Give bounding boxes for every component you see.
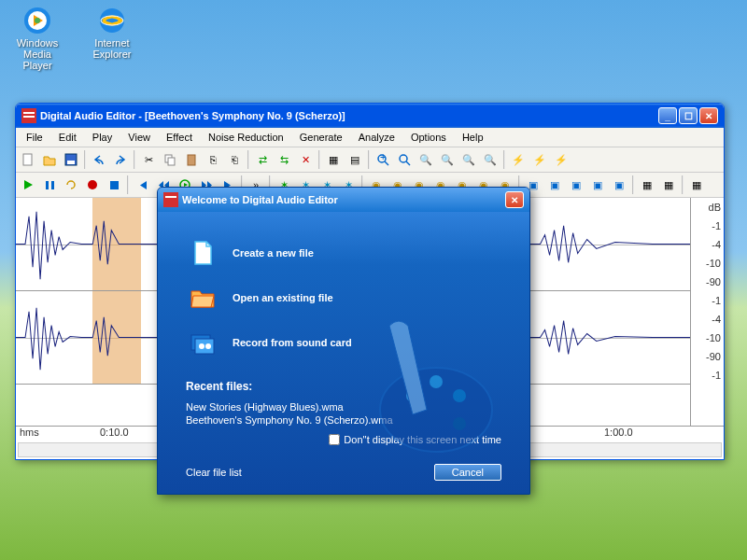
new-icon[interactable] (18, 149, 38, 170)
open-folder-icon (190, 285, 216, 311)
app-icon (21, 108, 36, 123)
fx-icon[interactable]: ▣ (544, 175, 565, 195)
svg-rect-19 (46, 181, 49, 189)
palette-decoration-icon (333, 307, 501, 456)
wmp-icon (22, 6, 52, 35)
delete-icon[interactable]: ✕ (295, 149, 316, 170)
zoom-icon[interactable]: 🔍 (437, 149, 458, 170)
dialog-title: Welcome to Digital Audio Editor (182, 194, 505, 205)
svg-point-17 (400, 155, 407, 162)
pause-icon[interactable] (39, 175, 60, 195)
svg-point-21 (88, 180, 97, 189)
desktop-icon-wmp[interactable]: Windows Media Player (7, 6, 67, 71)
menubar: File Edit Play View Effect Noise Reducti… (16, 128, 724, 147)
toolbar-file: ✂ ⎘ ⎗ ⇄ ⇆ ✕ ▦ ▤ + 🔍 🔍 🔍 🔍 ⚡ ⚡ ⚡ (16, 147, 724, 173)
maximize-button[interactable]: ☐ (679, 107, 698, 124)
menu-analyze[interactable]: Analyze (352, 130, 402, 145)
menu-play[interactable]: Play (86, 130, 119, 145)
undo-icon[interactable] (89, 149, 109, 170)
paste-icon[interactable] (181, 149, 202, 170)
tool-icon[interactable]: ⚡ (508, 149, 529, 170)
svg-text:+: + (380, 153, 386, 162)
zoom-in-icon[interactable]: + (373, 149, 393, 170)
svg-rect-8 (23, 154, 32, 165)
record-card-icon (190, 329, 216, 356)
menu-edit[interactable]: Edit (52, 130, 83, 145)
copy-icon[interactable] (160, 149, 180, 170)
menu-generate[interactable]: Generate (293, 130, 349, 145)
menu-view[interactable]: View (121, 130, 157, 145)
app-icon (163, 192, 178, 207)
open-icon[interactable] (39, 149, 60, 170)
window-title: Digital Audio Editor - [Beethoven's Symp… (40, 110, 658, 121)
option-create-file[interactable]: Create a new file (186, 231, 501, 275)
svg-line-18 (406, 161, 410, 165)
svg-point-30 (453, 417, 466, 430)
svg-rect-20 (51, 181, 54, 189)
svg-rect-13 (188, 155, 195, 165)
fx-icon[interactable]: ▦ (637, 175, 657, 195)
option-label: Open an existing file (233, 292, 333, 303)
tool-icon[interactable]: ⚡ (529, 149, 550, 170)
tool-icon[interactable]: ⎗ (224, 149, 245, 170)
titlebar[interactable]: Digital Audio Editor - [Beethoven's Symp… (16, 104, 724, 128)
svg-point-29 (453, 389, 466, 402)
svg-rect-6 (23, 112, 35, 114)
tool-icon[interactable]: ⚡ (551, 149, 571, 170)
menu-noise-reduction[interactable]: Noise Reduction (202, 130, 290, 145)
tool-icon[interactable]: ⎘ (203, 149, 223, 170)
dialog-close-button[interactable]: ✕ (505, 191, 524, 208)
zoom-icon[interactable]: 🔍 (416, 149, 436, 170)
menu-file[interactable]: File (20, 130, 49, 145)
stop-icon[interactable] (104, 175, 124, 195)
svg-rect-22 (110, 181, 119, 189)
play-icon[interactable] (18, 175, 38, 195)
close-button[interactable]: ✕ (699, 107, 718, 124)
fx-icon[interactable]: ▦ (658, 175, 679, 195)
zoom-icon[interactable]: 🔍 (458, 149, 479, 170)
cut-icon[interactable]: ✂ (138, 149, 159, 170)
option-label: Create a new file (233, 247, 314, 259)
tool-icon[interactable]: ▦ (323, 149, 344, 170)
zoom-icon[interactable]: 🔍 (480, 149, 500, 170)
tool-icon[interactable]: ⇄ (252, 149, 273, 170)
menu-effect[interactable]: Effect (160, 130, 199, 145)
desktop-icon-ie[interactable]: Internet Explorer (82, 6, 142, 60)
zoom-out-icon[interactable] (394, 149, 415, 170)
dialog-titlebar[interactable]: Welcome to Digital Audio Editor ✕ (158, 188, 529, 212)
skip-start-icon[interactable] (132, 175, 152, 195)
svg-rect-7 (23, 116, 35, 118)
clear-file-list-link[interactable]: Clear file list (186, 467, 242, 478)
loop-icon[interactable] (61, 175, 81, 195)
menu-help[interactable]: Help (456, 130, 490, 145)
svg-point-28 (430, 375, 443, 388)
desktop-icon-label: Internet Explorer (82, 37, 142, 60)
new-file-icon (190, 240, 216, 266)
menu-options[interactable]: Options (404, 130, 453, 145)
save-icon[interactable] (61, 149, 81, 170)
desktop-icon-label: Windows Media Player (7, 37, 67, 71)
svg-point-33 (199, 343, 204, 349)
redo-icon[interactable] (110, 149, 131, 170)
tool-icon[interactable]: ⇆ (274, 149, 294, 170)
tool-icon[interactable]: ▤ (345, 149, 365, 170)
minimize-button[interactable]: _ (658, 107, 677, 124)
fx-icon[interactable]: ▣ (587, 175, 608, 195)
cancel-button[interactable]: Cancel (434, 464, 501, 481)
svg-rect-24 (163, 192, 178, 207)
ie-icon (97, 6, 127, 35)
fx-icon[interactable]: ▣ (609, 175, 629, 195)
svg-point-34 (205, 343, 211, 349)
record-icon[interactable] (82, 175, 103, 195)
svg-rect-12 (168, 158, 175, 165)
svg-point-2 (35, 18, 40, 23)
svg-rect-10 (67, 161, 75, 164)
welcome-dialog: Welcome to Digital Audio Editor ✕ Create… (157, 187, 530, 495)
db-scale: dB -1 -4 -10 -90 -1 -4 -10 -90 -1 (690, 198, 724, 426)
fx-icon[interactable]: ▦ (686, 175, 707, 195)
fx-icon[interactable]: ▣ (566, 175, 586, 195)
svg-rect-25 (165, 196, 176, 198)
